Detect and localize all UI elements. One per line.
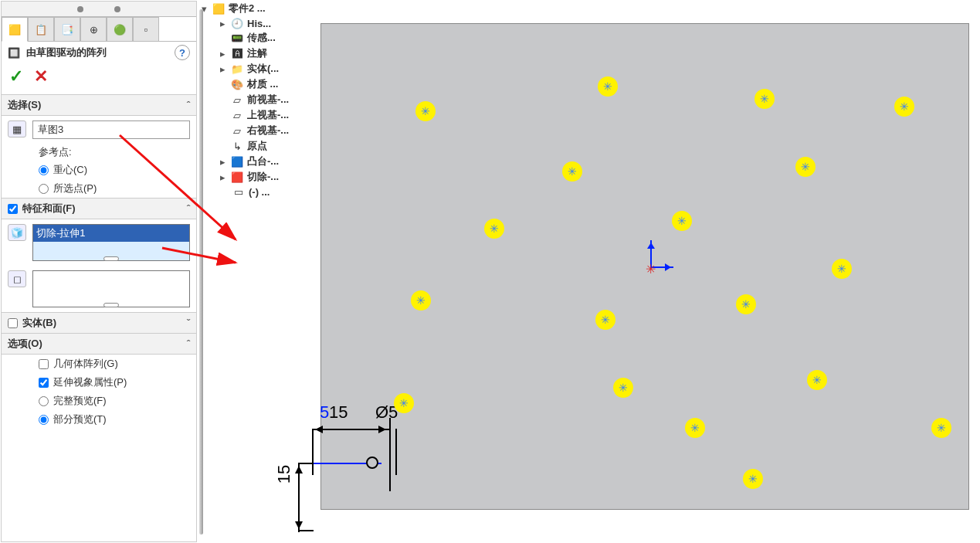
pattern-point xyxy=(595,310,615,330)
pattern-point xyxy=(736,294,756,314)
origin-triad: ✳ xyxy=(641,240,664,279)
dimension-group: 15 Ø5 5 15 xyxy=(298,402,453,543)
ok-button[interactable]: ✓ xyxy=(9,66,23,87)
tree-item-sketch3[interactable]: ▭(-) ... xyxy=(218,185,315,199)
check-propagate[interactable]: 延伸视象属性(P) xyxy=(39,373,196,392)
misc-icon: ▫ xyxy=(144,24,148,36)
tree-root[interactable]: ▾🟨零件2 ... xyxy=(199,1,315,16)
dot-icon xyxy=(114,6,120,12)
tree-item-bodies[interactable]: ▸📁实体(... xyxy=(218,61,315,76)
pattern-point xyxy=(562,161,582,182)
tree-item-top-plane[interactable]: ▱上视基-... xyxy=(218,107,315,123)
section-bodies-header[interactable]: 实体(B) ˇ xyxy=(2,312,196,334)
pattern-point xyxy=(931,418,951,438)
feature-icon: 🧊 xyxy=(8,224,26,241)
pattern-point xyxy=(415,101,436,121)
tree-item-annotations[interactable]: ▸🅰注解 xyxy=(218,46,315,61)
ref-point-label: 参考点: xyxy=(39,144,196,161)
features-checkbox[interactable] xyxy=(8,204,18,214)
tab-property-manager[interactable]: 📋 xyxy=(28,17,54,42)
ref-point-group: 参考点: 重心(C) 所选点(P) xyxy=(2,144,196,198)
tab-feature-manager[interactable]: 🟨 xyxy=(2,17,28,42)
section-selection-header[interactable]: 选择(S) ˆ xyxy=(2,94,196,116)
pattern-point xyxy=(743,469,763,489)
pattern-point xyxy=(807,370,827,390)
pm-header: 🔲 由草图驱动的阵列 ? xyxy=(2,42,196,63)
radio-selected-point[interactable]: 所选点(P) xyxy=(39,179,196,198)
tree-item-history[interactable]: ▸🕘His... xyxy=(218,16,315,30)
tree-item-sensors[interactable]: 📟传感... xyxy=(218,30,315,46)
feature-tree: ▾🟨零件2 ... ▸🕘His... 📟传感... ▸🅰注解 ▸📁实体(... … xyxy=(199,1,315,279)
globe-icon: 🟢 xyxy=(114,24,126,36)
hole-circle xyxy=(366,456,378,469)
tree-item-origin[interactable]: ↳原点 xyxy=(218,138,315,154)
tree-item-boss[interactable]: ▸🟦凸台-... xyxy=(218,154,315,169)
tab-last[interactable]: ▫ xyxy=(133,17,159,42)
cut-icon: 🟥 xyxy=(230,171,244,183)
radio-partial-preview[interactable]: 部分预览(T) xyxy=(39,410,196,429)
section-options-header[interactable]: 选项(O) ˆ xyxy=(2,334,196,355)
sketch-icon: ▦ xyxy=(8,120,26,137)
sketch-input[interactable] xyxy=(32,120,190,139)
bodies-icon: 📁 xyxy=(230,63,244,75)
graphics-viewport[interactable]: ✳ 15 Ø5 5 15 xyxy=(320,23,969,510)
pattern-point xyxy=(484,219,504,239)
origin-icon: ↳ xyxy=(230,140,244,152)
pattern-point xyxy=(672,211,692,231)
chevron-down-icon: ˇ xyxy=(187,317,190,329)
section-label: 特征和面(F) xyxy=(22,202,76,216)
radio-centroid[interactable]: 重心(C) xyxy=(39,161,196,179)
pattern-icon: 🔲 xyxy=(8,47,20,59)
material-icon: 🎨 xyxy=(230,78,244,90)
config-icon: 📑 xyxy=(61,24,73,36)
dot-icon xyxy=(77,6,83,12)
pm-title: 由草图驱动的阵列 xyxy=(26,46,107,59)
dim-h15: 15 xyxy=(329,402,348,423)
dim-v15: 15 xyxy=(274,465,294,484)
chevron-up-icon: ˆ xyxy=(187,100,190,111)
pattern-point xyxy=(598,76,618,97)
resize-handle[interactable] xyxy=(103,303,119,307)
pattern-point xyxy=(394,393,414,413)
boss-icon: 🟦 xyxy=(230,155,244,168)
check-geom-pattern[interactable]: 几何体阵列(G) xyxy=(39,355,196,373)
list-icon: 📋 xyxy=(35,24,47,36)
tree-item-cut[interactable]: ▸🟥切除-... xyxy=(218,169,315,185)
tree-item-front-plane[interactable]: ▱前视基-... xyxy=(218,92,315,107)
selected-feature[interactable]: 切除-拉伸1 xyxy=(33,225,189,242)
radio-full-preview[interactable]: 完整预览(F) xyxy=(39,392,196,410)
sensor-icon: 📟 xyxy=(230,32,244,44)
bodies-checkbox[interactable] xyxy=(8,318,18,328)
options-group: 几何体阵列(G) 延伸视象属性(P) 完整预览(F) 部分预览(T) xyxy=(2,355,196,429)
pattern-point xyxy=(754,89,775,109)
tab-configuration-manager[interactable]: 📑 xyxy=(54,17,80,42)
plane-icon: ▱ xyxy=(230,124,244,137)
chevron-up-icon: ˆ xyxy=(187,203,190,215)
tab-appearance[interactable]: 🟢 xyxy=(107,17,133,42)
section-label: 实体(B) xyxy=(22,316,56,330)
ok-cancel-bar: ✓ ✕ xyxy=(2,63,196,94)
pattern-point xyxy=(411,290,431,311)
cube-icon: 🟨 xyxy=(8,24,21,36)
features-listbox[interactable]: 切除-拉伸1 xyxy=(32,224,190,261)
resize-handle[interactable] xyxy=(103,256,119,261)
plane-icon: ▱ xyxy=(230,93,244,106)
pattern-point xyxy=(613,378,633,398)
help-button[interactable]: ? xyxy=(175,45,190,60)
target-icon: ⊕ xyxy=(90,24,98,36)
cancel-button[interactable]: ✕ xyxy=(34,66,48,87)
sketch-icon: ▭ xyxy=(232,185,246,198)
pattern-point xyxy=(894,97,914,117)
tree-item-material[interactable]: 🎨材质 ... xyxy=(218,76,315,92)
face-icon: ◻ xyxy=(8,270,26,287)
faces-listbox[interactable] xyxy=(32,270,190,307)
pattern-point xyxy=(795,157,816,177)
features-list-row: 🧊 切除-拉伸1 xyxy=(2,219,196,266)
tree-item-right-plane[interactable]: ▱右视基-... xyxy=(218,123,315,138)
tab-dimxpert[interactable]: ⊕ xyxy=(80,17,107,42)
section-label: 选项(O) xyxy=(8,337,42,351)
section-features-header[interactable]: 特征和面(F) ˆ xyxy=(2,198,196,219)
panel-drag-handle[interactable] xyxy=(2,2,196,17)
annotation-icon: 🅰 xyxy=(230,47,244,59)
section-label: 选择(S) xyxy=(8,98,41,112)
